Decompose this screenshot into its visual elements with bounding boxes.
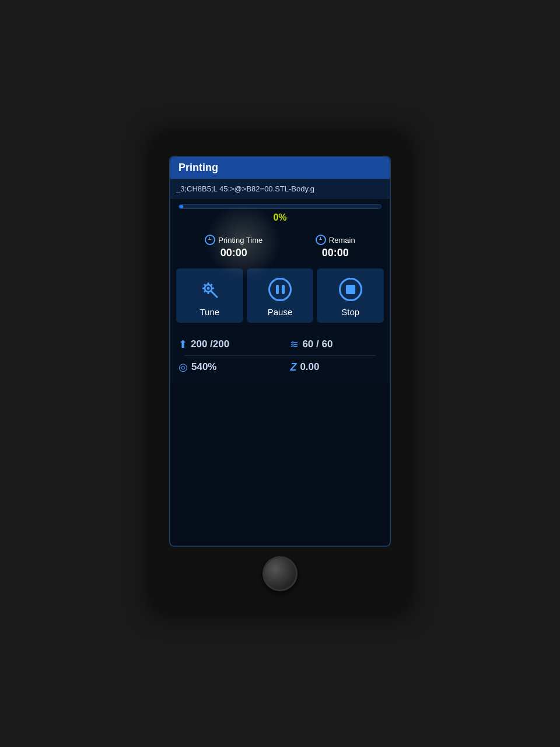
tune-label: Tune (200, 307, 220, 317)
filename-bar: _3;CH8B5;L 45:>@>B82=00.STL-Body.g (170, 179, 390, 198)
tune-button[interactable]: Tune (176, 268, 243, 323)
svg-point-1 (207, 287, 210, 290)
printing-time-value: 00:00 (220, 247, 247, 259)
printing-time-block: Printing Time 00:00 (205, 235, 262, 259)
stop-button[interactable]: Stop (317, 268, 384, 323)
device-frame: Printing _3;CH8B5;L 45:>@>B82=00.STL-Bod… (152, 134, 408, 613)
pause-icon (267, 277, 293, 302)
nozzle-temp-value: 200 /200 (191, 338, 229, 350)
stop-label: Stop (341, 307, 359, 317)
pause-button[interactable]: Pause (247, 268, 314, 323)
stats-section: ⬆ 200 /200 ≋ 60 / 60 ◎ 540% Z 0.00 (170, 329, 390, 383)
svg-rect-4 (202, 288, 205, 289)
bed-icon: ≋ (290, 338, 299, 351)
remain-time-value: 00:00 (322, 247, 349, 259)
z-icon: Z (290, 361, 296, 374)
stop-square (346, 285, 355, 294)
svg-line-10 (212, 292, 217, 297)
z-offset-value: 0.00 (300, 361, 319, 373)
pause-bar-left (276, 285, 279, 294)
header-title: Printing (178, 162, 218, 174)
speed-value: 540% (191, 361, 216, 373)
stats-row-1: ⬆ 200 /200 ≋ 60 / 60 (178, 333, 382, 355)
buttons-section: Tune Pause Stop (170, 265, 390, 329)
remain-time-block: Remain 00:00 (316, 235, 355, 259)
filename-text: _3;CH8B5;L 45:>@>B82=00.STL-Body.g (176, 184, 314, 193)
clock-icon-remain (316, 235, 326, 245)
stop-icon (338, 277, 363, 302)
svg-rect-2 (208, 282, 209, 285)
progress-percent: 0% (178, 212, 382, 223)
header-bar: Printing (170, 157, 390, 179)
speed-item: ◎ 540% (178, 361, 270, 374)
nozzle-temp-item: ⬆ 200 /200 (178, 338, 270, 351)
svg-rect-5 (212, 288, 214, 289)
control-knob[interactable] (262, 556, 298, 591)
tune-icon (197, 277, 222, 302)
z-offset-item: Z 0.00 (290, 361, 382, 374)
pause-label: Pause (268, 307, 293, 317)
progress-bar-container (178, 204, 382, 209)
printing-time-label: Printing Time (218, 236, 262, 245)
stats-row-2: ◎ 540% Z 0.00 (178, 356, 382, 378)
pause-bar-right (282, 285, 285, 294)
speed-icon: ◎ (178, 361, 188, 374)
bed-temp-item: ≋ 60 / 60 (290, 338, 382, 351)
clock-icon-printing (205, 235, 215, 245)
remain-time-label: Remain (329, 236, 355, 245)
knob-area (262, 556, 298, 591)
progress-bar-fill (179, 205, 183, 208)
progress-section: 0% (170, 198, 390, 225)
time-section: Printing Time 00:00 Remain 00:00 (170, 225, 390, 265)
bed-temp-value: 60 / 60 (302, 338, 332, 350)
svg-rect-3 (208, 292, 209, 294)
printer-screen: Printing _3;CH8B5;L 45:>@>B82=00.STL-Bod… (169, 156, 391, 547)
nozzle-icon: ⬆ (178, 338, 187, 351)
